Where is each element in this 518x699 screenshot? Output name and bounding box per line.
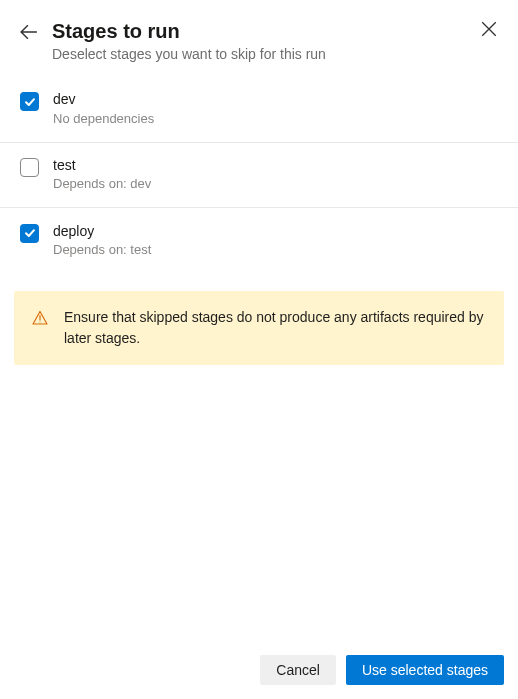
stage-checkbox-dev[interactable] [20,92,39,111]
warning-icon [32,310,48,326]
svg-point-1 [39,322,40,323]
back-icon[interactable] [20,23,38,41]
stage-item-test[interactable]: test Depends on: dev [0,142,518,208]
stage-item-deploy[interactable]: deploy Depends on: test [0,208,518,274]
header-text: Stages to run Deselect stages you want t… [52,18,498,62]
stage-dependency: No dependencies [53,110,154,128]
stage-item-dev[interactable]: dev No dependencies [0,76,518,142]
stage-dependency: Depends on: dev [53,175,151,193]
stage-dependency: Depends on: test [53,241,151,259]
dialog-title: Stages to run [52,18,498,44]
stage-text: dev No dependencies [53,90,154,128]
stage-text: test Depends on: dev [53,156,151,194]
close-icon[interactable] [480,20,498,38]
spacer [0,365,518,645]
stage-name: test [53,156,151,176]
stage-text: deploy Depends on: test [53,222,151,260]
warning-text: Ensure that skipped stages do not produc… [64,307,486,349]
use-selected-stages-button[interactable]: Use selected stages [346,655,504,685]
stage-checkbox-deploy[interactable] [20,224,39,243]
dialog-subtitle: Deselect stages you want to skip for thi… [52,46,498,62]
cancel-button[interactable]: Cancel [260,655,336,685]
stage-checkbox-test[interactable] [20,158,39,177]
warning-banner: Ensure that skipped stages do not produc… [14,291,504,365]
stage-list: dev No dependencies test Depends on: dev… [0,76,518,273]
stage-name: dev [53,90,154,110]
dialog-header: Stages to run Deselect stages you want t… [0,0,518,76]
stage-name: deploy [53,222,151,242]
dialog-footer: Cancel Use selected stages [0,645,518,699]
